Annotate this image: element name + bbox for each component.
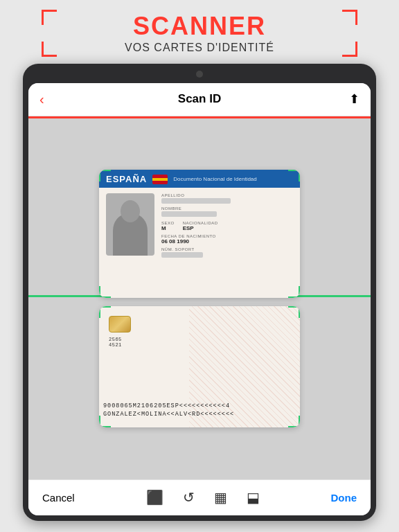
card-front-header: ESPAÑA Documento Nacional de Identidad bbox=[99, 170, 300, 188]
tablet-camera bbox=[196, 71, 203, 78]
id-card-back: 25654521 9008065M2106205ESP<<<<<<<<<<<4 … bbox=[99, 306, 300, 427]
share-button[interactable]: ⬆ bbox=[349, 91, 360, 107]
card-corner-tr-back bbox=[288, 306, 300, 318]
card-info-num: NÚM. SOPORT bbox=[161, 247, 293, 258]
adjust-icon[interactable]: ▦ bbox=[214, 489, 227, 506]
nombre-value bbox=[161, 211, 217, 217]
scan-corner-br bbox=[342, 42, 357, 57]
card-corner-tl-front bbox=[99, 170, 111, 181]
card-corner-br-front bbox=[288, 286, 300, 298]
toolbar-icons-group: ⬛ ↺ ▦ ⬓ bbox=[146, 489, 260, 506]
nationality-row: SEXO M NACIONALIDAD ESP bbox=[161, 221, 293, 234]
card-country: ESPAÑA bbox=[106, 174, 147, 184]
crop-icon[interactable]: ⬛ bbox=[146, 489, 163, 506]
tablet-frame: ‹ Scan ID ⬆ ESPAÑA bbox=[23, 64, 376, 521]
card-chip bbox=[109, 316, 131, 332]
app-screen: ‹ Scan ID ⬆ ESPAÑA bbox=[28, 83, 371, 515]
apellido-value bbox=[161, 198, 231, 204]
content-area: ESPAÑA Documento Nacional de Identidad A… bbox=[28, 118, 371, 479]
scan-corner-tr bbox=[342, 10, 357, 25]
card-corner-tl-back bbox=[99, 306, 111, 318]
promo-subtitle: VOS CARTES D'IDENTITÉ bbox=[14, 42, 385, 54]
mrz-line-1: 9008065M2106205ESP<<<<<<<<<<<4 bbox=[103, 402, 296, 411]
promo-banner: SCANNER VOS CARTES D'IDENTITÉ bbox=[0, 0, 399, 64]
card-corner-tr-front bbox=[288, 170, 300, 181]
id-cards-wrapper: ESPAÑA Documento Nacional de Identidad A… bbox=[99, 170, 300, 427]
nav-bar: ‹ Scan ID ⬆ bbox=[28, 83, 371, 116]
card-info-nombre: NOMBRE bbox=[161, 206, 293, 217]
card-flag bbox=[152, 175, 168, 184]
card-front-body: APELLIDO NOMBRE SEXO M bbox=[99, 188, 300, 266]
back-button[interactable]: ‹ bbox=[39, 91, 44, 107]
rotate-icon[interactable]: ↺ bbox=[183, 489, 195, 506]
cancel-button[interactable]: Cancel bbox=[42, 492, 75, 504]
done-button[interactable]: Done bbox=[330, 492, 357, 504]
filter-icon[interactable]: ⬓ bbox=[247, 489, 260, 506]
sex-value: M bbox=[161, 225, 175, 231]
dob-value: 06 08 1990 bbox=[161, 238, 293, 245]
toolbar: Cancel ⬛ ↺ ▦ ⬓ Done bbox=[28, 479, 371, 515]
card-back-number: 25654521 bbox=[109, 337, 122, 348]
mrz-line-2: GONZALEZ<MOLINA<<ALV<RD<<<<<<<< bbox=[103, 410, 296, 419]
card-back-body: 25654521 9008065M2106205ESP<<<<<<<<<<<4 … bbox=[99, 306, 300, 427]
card-info: APELLIDO NOMBRE SEXO M bbox=[161, 193, 293, 260]
card-corner-bl-front bbox=[99, 286, 111, 298]
card-info-sex: SEXO M bbox=[161, 221, 175, 231]
id-card-front: ESPAÑA Documento Nacional de Identidad A… bbox=[99, 170, 300, 298]
promo-title: SCANNER bbox=[14, 12, 385, 40]
mrz-section: 9008065M2106205ESP<<<<<<<<<<<4 GONZALEZ<… bbox=[103, 402, 296, 420]
nav-title: Scan ID bbox=[178, 92, 221, 106]
card-corner-br-back bbox=[288, 416, 300, 427]
card-info-dob: FECHA DE NACIMIENTO 06 08 1990 bbox=[161, 234, 293, 245]
card-document-type: Documento Nacional de Identidad bbox=[173, 176, 257, 182]
num-value bbox=[161, 252, 203, 258]
card-photo bbox=[106, 193, 154, 256]
card-info-nationality: NACIONALIDAD ESP bbox=[183, 221, 218, 231]
card-corner-bl-back bbox=[99, 416, 111, 427]
scan-corner-tl bbox=[42, 10, 57, 25]
nationality-value: ESP bbox=[183, 225, 218, 231]
scan-corner-bl bbox=[42, 42, 57, 57]
card-info-apellido: APELLIDO bbox=[161, 193, 293, 204]
